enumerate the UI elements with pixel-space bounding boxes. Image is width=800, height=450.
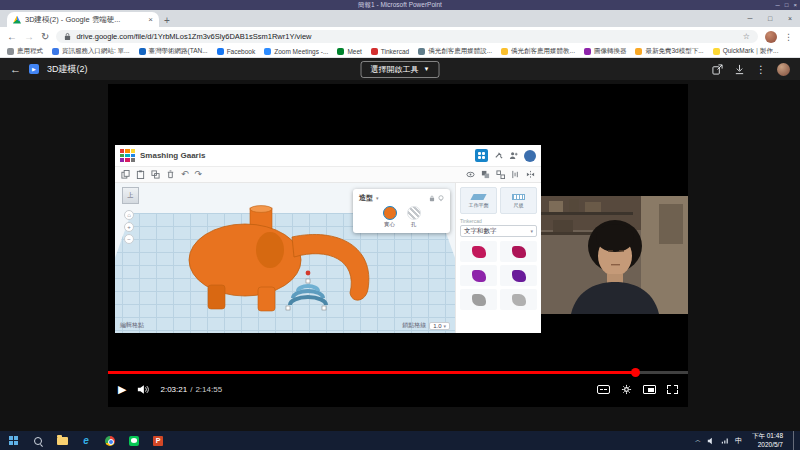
bulb-icon[interactable] (438, 195, 444, 202)
drive-user-avatar[interactable] (777, 63, 790, 76)
drive-viewer-header: ← ▶ 3D建模(2) 選擇開啟工具 ▼ ⋮ (0, 58, 800, 80)
chrome-menu-icon[interactable]: ⋮ (784, 32, 793, 42)
bookmark-item[interactable]: 應用程式 (7, 47, 43, 56)
tab-close-button[interactable]: × (148, 15, 153, 24)
delete-icon[interactable] (166, 170, 175, 179)
bookmark-item[interactable]: QuickMark｜製作... (713, 47, 779, 56)
shape-tile[interactable] (460, 289, 497, 310)
lock-icon[interactable] (429, 195, 435, 202)
search-icon (34, 437, 42, 445)
show-desktop-button[interactable] (793, 431, 797, 450)
snap-grid-select[interactable]: 1.0 ▾ (429, 322, 450, 330)
shape-inspector-panel: 造型 ▾ 實心 孔 (353, 189, 450, 233)
speaker-icon[interactable] (707, 437, 715, 445)
bookmark-star-icon[interactable]: ☆ (743, 32, 750, 41)
bookmark-item[interactable]: 最新免費3d模型下... (635, 47, 703, 56)
taskbar-chrome[interactable] (98, 431, 122, 450)
bookmark-item[interactable]: Zoom Meetings -... (264, 48, 328, 55)
fullscreen-icon[interactable] (667, 385, 678, 394)
taskbar-search-button[interactable] (26, 431, 50, 450)
shape-tile[interactable] (500, 289, 537, 310)
taskbar-clock[interactable]: 下午 01:48 2020/5/7 (748, 432, 787, 450)
bookmark-item[interactable]: 僑光創客應用媒體教... (501, 47, 575, 56)
edit-grid-label[interactable]: 編輯格點 (120, 321, 144, 330)
redo-icon[interactable]: ↷ (195, 170, 203, 179)
profile-avatar[interactable] (765, 31, 777, 43)
bookmark-item[interactable]: 僑光創客應用媒體設... (418, 47, 492, 56)
bookmark-item[interactable]: Meet (337, 48, 361, 55)
invite-icon[interactable] (509, 151, 518, 160)
bookmark-label: 臺灣學術網路(TAN... (149, 47, 208, 56)
chrome-close-button[interactable]: × (780, 10, 800, 27)
bookmark-item[interactable]: 圖像轉換器 (584, 47, 627, 56)
paste-icon[interactable] (136, 170, 145, 179)
ppt-close-button[interactable]: × (793, 2, 797, 8)
shape-category-dropdown[interactable]: 文字和數字 ▾ (460, 225, 537, 237)
ppt-minimize-button[interactable]: ─ (776, 2, 780, 8)
video-player[interactable]: Smashing Gaaris ↶ ↷ (108, 84, 688, 407)
play-button[interactable]: ▶ (118, 384, 126, 395)
subtitles-icon[interactable] (597, 385, 610, 394)
ungroup-icon[interactable] (496, 170, 505, 179)
miniplayer-icon[interactable] (643, 385, 656, 394)
mirror-icon[interactable] (526, 170, 535, 179)
snap-grid-label: 鎖點格線 (402, 321, 426, 330)
network-icon[interactable] (721, 437, 729, 445)
video-progress-bar[interactable] (108, 371, 688, 374)
new-tab-button[interactable]: + (159, 13, 175, 27)
tinkercad-avatar[interactable] (524, 150, 536, 162)
download-icon[interactable] (734, 64, 745, 75)
group-icon[interactable] (481, 170, 490, 179)
chrome-maximize-button[interactable]: □ (760, 10, 780, 27)
zoom-in-button[interactable]: + (124, 222, 134, 232)
solid-option[interactable]: 實心 (383, 206, 397, 228)
taskbar-internet-explorer[interactable]: e (74, 431, 98, 450)
forward-button[interactable]: → (24, 32, 34, 42)
start-button[interactable] (0, 431, 26, 450)
taskbar-line[interactable] (122, 431, 146, 450)
hole-option[interactable]: 孔 (407, 206, 421, 228)
settings-gear-icon[interactable] (621, 384, 632, 395)
ppt-maximize-button[interactable]: □ (785, 2, 789, 8)
copy-icon[interactable] (121, 170, 130, 179)
taskbar-file-explorer[interactable] (50, 431, 74, 450)
progress-scrubber[interactable] (631, 368, 640, 377)
chevron-down-icon[interactable]: ▾ (376, 195, 379, 201)
tools-icon[interactable] (494, 151, 503, 160)
workplane-tool[interactable]: 工作平面 (460, 187, 497, 214)
browser-tab-active[interactable]: 3D建模(2) - Google 雲端硬... × (7, 12, 159, 27)
undo-icon[interactable]: ↶ (181, 170, 189, 179)
ruler-tool[interactable]: 尺規 (500, 187, 537, 214)
ime-indicator[interactable]: 中 (735, 436, 742, 446)
shape-tile[interactable] (460, 265, 497, 286)
more-options-icon[interactable]: ⋮ (756, 64, 766, 75)
zoom-out-button[interactable]: − (124, 234, 134, 244)
viewcube[interactable]: 上 (122, 187, 139, 204)
home-view-button[interactable]: ⌂ (124, 210, 134, 220)
bookmark-favicon (371, 48, 378, 55)
bookmark-item[interactable]: 資訊服務入口網站: 單... (52, 47, 130, 56)
drive-file-title: 3D建模(2) (47, 63, 88, 76)
drive-back-button[interactable]: ← (10, 63, 21, 75)
open-with-button[interactable]: 選擇開啟工具 ▼ (361, 61, 440, 78)
bookmark-item[interactable]: Facebook (217, 48, 256, 55)
back-button[interactable]: ← (7, 32, 17, 42)
address-bar[interactable]: drive.google.com/file/d/1YrbMLos1Zm3v6Sl… (56, 30, 758, 43)
shape-tile[interactable] (460, 241, 497, 262)
volume-icon[interactable] (137, 384, 149, 395)
show-all-icon[interactable] (466, 170, 475, 179)
taskbar-powerpoint[interactable]: P (146, 431, 170, 450)
bookmark-item[interactable]: 臺灣學術網路(TAN... (139, 47, 208, 56)
popout-icon[interactable] (712, 64, 723, 75)
align-icon[interactable] (511, 170, 520, 179)
shape-tile[interactable] (500, 265, 537, 286)
bookmark-favicon (635, 48, 642, 55)
duplicate-icon[interactable] (151, 170, 160, 179)
chrome-minimize-button[interactable]: ─ (740, 10, 760, 27)
bookmark-item[interactable]: Tinkercad (371, 48, 409, 55)
bookmark-label: 僑光創客應用媒體教... (511, 47, 575, 56)
apps-grid-icon[interactable] (475, 149, 488, 162)
reload-button[interactable]: ↻ (41, 32, 49, 42)
tray-expand-icon[interactable]: ︿ (695, 436, 701, 445)
shape-tile[interactable] (500, 241, 537, 262)
